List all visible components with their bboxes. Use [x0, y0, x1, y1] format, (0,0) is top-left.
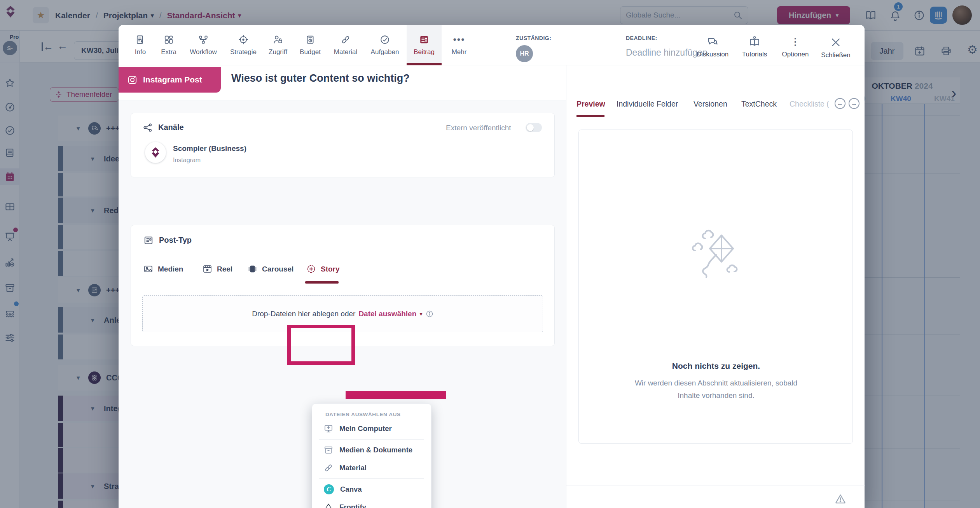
application-root: ★ Kalender / Projektplan ▾ / Standard-An…	[0, 0, 980, 508]
tab-textcheck[interactable]: TextCheck	[741, 100, 777, 109]
options-button[interactable]: ⋮Optionen	[779, 36, 812, 58]
modal-header: Info Extra Workflow Strategie Zugriff Bu…	[119, 25, 865, 65]
kite-illustration	[689, 229, 743, 284]
tab-beitrag[interactable]: Beitrag	[407, 25, 442, 65]
discussion-button[interactable]: Diskussion	[694, 36, 731, 58]
menu-divider	[319, 478, 424, 479]
responsible-avatar[interactable]: HR	[516, 45, 533, 62]
deadline-label: DEADLINE:	[626, 35, 657, 41]
post-type-carousel[interactable]: Carousel	[248, 264, 293, 274]
tab-budget[interactable]: Budget	[295, 25, 325, 65]
menu-item-frontify[interactable]: Frontify	[312, 498, 431, 508]
tab-workflow[interactable]: Workflow	[184, 25, 223, 65]
tab-individuelle-felder[interactable]: Individuelle Felder	[617, 100, 678, 109]
post-type-story[interactable]: Story	[306, 264, 340, 274]
menu-item-mein-computer[interactable]: Mein Computer	[312, 420, 431, 438]
channels-title: Kanäle	[158, 123, 184, 132]
post-editor-modal: Info Extra Workflow Strategie Zugriff Bu…	[119, 25, 865, 508]
responsible-label: ZUSTÄNDIG:	[516, 35, 551, 41]
tab-zugriff[interactable]: Zugriff	[264, 25, 292, 65]
empty-state-title: Noch nichts zu zeigen.	[579, 361, 853, 371]
active-tab-underline	[576, 115, 604, 117]
menu-divider	[319, 439, 424, 440]
tab-extra[interactable]: Extra	[156, 25, 182, 65]
tab-preview[interactable]: Preview	[576, 100, 605, 109]
story-highlight-annotation	[287, 325, 355, 365]
preview-panel: Preview Individuelle Felder Versionen Te…	[566, 65, 865, 508]
tab-material[interactable]: Material	[328, 25, 363, 65]
channel-network: Instagram	[173, 157, 201, 164]
menu-item-material[interactable]: Material	[312, 459, 431, 477]
tab-versionen[interactable]: Versionen	[694, 100, 727, 109]
tab-strategie[interactable]: Strategie	[226, 25, 261, 65]
channels-card: Kanäle Extern veröffentlicht Scompler (B…	[131, 113, 555, 177]
post-title[interactable]: Wieso ist guter Content so wichtig?	[231, 72, 410, 84]
channel-avatar	[145, 142, 166, 163]
extern-toggle-label: Extern veröffentlicht	[446, 124, 511, 132]
menu-item-canva[interactable]: CCanva	[312, 480, 431, 498]
post-type-title: Post-Typ	[159, 236, 192, 245]
divider	[566, 485, 865, 485]
file-source-menu: DATEIEN AUSWÄHLEN AUS Mein Computer Medi…	[312, 403, 431, 508]
channel-name[interactable]: Scompler (Business)	[173, 144, 246, 153]
tutorials-button[interactable]: Tutorials	[739, 36, 770, 58]
warning-icon[interactable]	[835, 493, 846, 505]
chevron-down-icon[interactable]: ▾	[419, 310, 423, 317]
tab-mehr[interactable]: •••Mehr	[446, 25, 472, 65]
extern-published-toggle[interactable]	[526, 123, 542, 132]
empty-state-line2: Inhalte vorhanden sind.	[579, 391, 853, 400]
tab-info[interactable]: Info	[128, 25, 153, 65]
post-type-reel[interactable]: Reel	[203, 264, 232, 274]
preview-empty-card: Noch nichts zu zeigen. Wir werden diesen…	[578, 130, 853, 444]
close-button[interactable]: Schließen	[818, 36, 853, 59]
post-type-icon	[143, 235, 154, 245]
tab-scroll-left-icon[interactable]: ←	[835, 98, 845, 109]
canva-icon: C	[324, 484, 334, 494]
tab-scroll-right-icon[interactable]: →	[849, 98, 859, 109]
modal-content: Kanäle Extern veröffentlicht Scompler (B…	[119, 100, 566, 508]
post-type-badge: Instagram Post	[119, 67, 221, 93]
tab-aufgaben[interactable]: Aufgaben	[366, 25, 404, 65]
file-select-underline-annotation	[346, 391, 446, 399]
menu-header: DATEIEN AUSWÄHLEN AUS	[325, 412, 431, 417]
file-select-link[interactable]: Datei auswählen	[358, 310, 416, 318]
post-type-medien[interactable]: Medien	[143, 264, 183, 274]
channels-icon	[143, 123, 153, 133]
empty-state-line1: Wir werden diesen Abschnitt aktualisiere…	[579, 379, 853, 387]
tab-checkliste[interactable]: Checkliste (	[790, 100, 829, 109]
divider	[566, 118, 865, 118]
menu-item-medien-dokumente[interactable]: Medien & Dokumente	[312, 441, 431, 459]
info-icon[interactable]	[426, 310, 433, 318]
instagram-icon	[127, 75, 138, 85]
story-active-underline	[305, 281, 339, 284]
dropzone-text: Drop-Dateien hier ablegen oder	[252, 310, 355, 318]
